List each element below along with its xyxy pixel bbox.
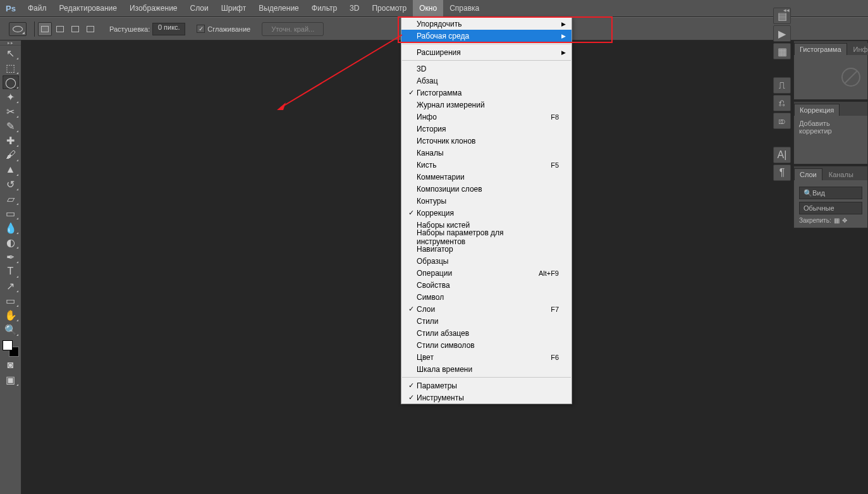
menu-item[interactable]: Комментарии: [401, 171, 572, 183]
screenmode-button[interactable]: ▣: [3, 373, 19, 386]
feather-input[interactable]: 0 пикс.: [152, 23, 185, 35]
right-dock-icons: ◂◂ ▤ ▶ ▦ ⎍ ⎌ ⎄ A| ¶: [773, 6, 792, 182]
dodge-tool[interactable]: ◐: [3, 235, 19, 249]
menu-item[interactable]: Рабочая среда▶: [401, 30, 572, 42]
menu-window[interactable]: Окно: [413, 0, 443, 17]
selection-subtract-button[interactable]: [68, 22, 82, 36]
window-menu-dropdown: Упорядочить▶Рабочая среда▶Расширения▶3DА…: [401, 17, 572, 404]
quickmask-button[interactable]: ◙: [3, 358, 19, 372]
shape-tool[interactable]: ▭: [3, 293, 19, 307]
menu-item[interactable]: Символ: [401, 291, 572, 303]
lock-pixels-icon[interactable]: ▦: [834, 217, 840, 224]
wand-tool[interactable]: ✦: [3, 90, 19, 104]
blend-mode-select[interactable]: Обычные: [799, 202, 862, 214]
zoom-tool[interactable]: 🔍: [3, 323, 19, 337]
gradient-tool[interactable]: ▭: [3, 206, 19, 220]
no-histogram-icon: [840, 66, 862, 89]
menu-item[interactable]: Источник клонов: [401, 135, 572, 147]
layers-tab[interactable]: Слои: [794, 168, 822, 180]
dock-character-icon[interactable]: A|: [773, 147, 791, 163]
menu-view[interactable]: Просмотр: [365, 0, 413, 17]
menu-3d[interactable]: 3D: [343, 0, 365, 17]
selection-new-button[interactable]: [38, 22, 52, 36]
marquee-tool[interactable]: ⬚: [3, 61, 19, 75]
menu-edit[interactable]: Редактирование: [53, 0, 123, 17]
menu-item[interactable]: Каналы: [401, 147, 572, 159]
dock-brushes-icon[interactable]: ⎍: [773, 77, 791, 94]
selection-intersect-button[interactable]: [83, 22, 97, 36]
lock-position-icon[interactable]: ✥: [842, 217, 847, 224]
menu-item[interactable]: КистьF5: [401, 159, 572, 171]
menu-item[interactable]: ЦветF6: [401, 351, 572, 363]
pen-tool[interactable]: ✒: [3, 250, 19, 264]
selection-add-button[interactable]: [53, 22, 67, 36]
antialias-checkbox[interactable]: ✓: [197, 25, 205, 33]
menu-item[interactable]: Шкала времени: [401, 363, 572, 375]
dock-swatches-icon[interactable]: ▦: [773, 43, 791, 59]
menu-item[interactable]: Журнал измерений: [401, 99, 572, 111]
menu-item[interactable]: Навигатор: [401, 243, 572, 255]
tool-preset-picker[interactable]: [9, 22, 27, 36]
menu-item[interactable]: Контуры: [401, 195, 572, 207]
menu-item[interactable]: Стили: [401, 315, 572, 327]
layer-filter-kind[interactable]: 🔍 Вид: [799, 187, 862, 199]
adjustments-panel: Коррекция Добавить корректир: [793, 101, 868, 164]
menu-file[interactable]: Файл: [21, 0, 53, 17]
stamp-tool[interactable]: ▲: [3, 163, 19, 176]
eraser-tool[interactable]: ▱: [3, 192, 19, 206]
history-brush-tool[interactable]: ↺: [3, 177, 19, 191]
refine-edge-button[interactable]: Уточн. край...: [262, 22, 324, 36]
menu-image[interactable]: Изображение: [123, 0, 184, 17]
add-adjustment-label: Добавить корректир: [799, 120, 832, 135]
menu-item[interactable]: Стили символов: [401, 339, 572, 351]
menu-item[interactable]: Абзац: [401, 75, 572, 87]
blur-tool[interactable]: 💧: [3, 221, 19, 235]
menu-item[interactable]: Наборы параметров для инструментов: [401, 231, 572, 243]
svg-line-1: [845, 71, 857, 83]
dock-navigator-icon[interactable]: ▶: [773, 25, 791, 42]
dock-paragraph-icon[interactable]: ¶: [773, 164, 791, 181]
menu-help[interactable]: Справка: [443, 0, 486, 17]
menu-select[interactable]: Выделение: [252, 0, 305, 17]
hand-tool[interactable]: ✋: [3, 308, 19, 322]
menu-item[interactable]: 3D: [401, 63, 572, 75]
dock-brushpresets-icon[interactable]: ⎌: [773, 95, 791, 111]
move-tool[interactable]: ↖: [3, 46, 19, 60]
menu-item[interactable]: ✓Параметры: [401, 380, 572, 392]
menu-item[interactable]: ✓Коррекция: [401, 207, 572, 219]
menu-item[interactable]: Расширения▶: [401, 46, 572, 58]
crop-tool[interactable]: ✂: [3, 104, 19, 118]
menu-item[interactable]: Свойства: [401, 279, 572, 291]
menu-item[interactable]: Композиции слоев: [401, 183, 572, 195]
histogram-tab[interactable]: Гистограмма: [794, 43, 847, 55]
menu-layers[interactable]: Слои: [184, 0, 215, 17]
menu-item[interactable]: История: [401, 123, 572, 135]
color-swatch[interactable]: [3, 340, 19, 357]
menu-item[interactable]: ИнфоF8: [401, 111, 572, 123]
menu-item[interactable]: Упорядочить▶: [401, 18, 572, 30]
lasso-tool[interactable]: ◯: [3, 75, 19, 89]
adjustments-tab[interactable]: Коррекция: [794, 104, 840, 116]
menu-item[interactable]: ✓СлоиF7: [401, 303, 572, 315]
channels-tab[interactable]: Каналы: [823, 168, 859, 180]
toolbar-expander[interactable]: ▸▸: [0, 40, 21, 46]
foreground-color[interactable]: [3, 340, 13, 350]
dock-clone-icon[interactable]: ⎄: [773, 113, 791, 129]
menu-type[interactable]: Шрифт: [215, 0, 252, 17]
menu-item[interactable]: Образцы: [401, 255, 572, 267]
menu-item[interactable]: ✓Инструменты: [401, 392, 572, 404]
type-tool[interactable]: T: [3, 264, 19, 278]
histogram-panel: Гистограмма Инфо: [793, 40, 868, 100]
menu-item[interactable]: ✓Гистограмма: [401, 87, 572, 99]
menu-filter[interactable]: Фильтр: [305, 0, 343, 17]
menu-item[interactable]: ОперацииAlt+F9: [401, 267, 572, 279]
info-tab[interactable]: Инфо: [848, 43, 868, 55]
menu-item[interactable]: Стили абзацев: [401, 327, 572, 339]
heal-tool[interactable]: ✚: [3, 133, 19, 147]
brush-tool[interactable]: 🖌: [3, 148, 19, 162]
collapse-panels-button[interactable]: ◂◂: [781, 6, 792, 14]
layers-body: 🔍 Вид Обычные Закрепить: ▦ ✥: [794, 180, 867, 228]
path-tool[interactable]: ↗: [3, 279, 19, 293]
right-panels: Гистограмма Инфо Коррекция Добавить корр…: [793, 40, 868, 494]
eyedropper-tool[interactable]: ✎: [3, 119, 19, 133]
